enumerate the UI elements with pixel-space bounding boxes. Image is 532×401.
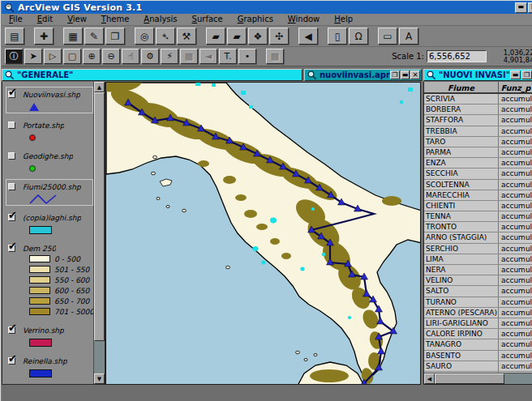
table-row[interactable]: SCOLTENNA accumul [424, 180, 532, 190]
save-button[interactable]: ▤ [5, 28, 24, 45]
identify-tool[interactable]: ⓘ [5, 49, 23, 64]
intersect-button[interactable]: ❖ [248, 28, 268, 45]
geoprocessing-button[interactable]: ▰ [206, 28, 225, 45]
menu-item[interactable]: Graphics [230, 14, 281, 25]
toc-layer[interactable]: ✔(copia)laghi.shp [6, 211, 92, 236]
table-row[interactable]: TANAGRO accumul [424, 339, 532, 350]
scroll-up-button[interactable]: ▲ [94, 82, 105, 92]
table-row[interactable]: SCRIVIA accumul [424, 94, 532, 105]
table-horizontal-scrollbar[interactable]: ◀ [424, 373, 532, 384]
back-button[interactable]: ◀ [298, 28, 318, 45]
zoom-in-tool[interactable]: ⊕ [83, 49, 101, 64]
table-row[interactable]: BASENTO accumul [424, 351, 532, 361]
toc-layer[interactable]: Fiumi25000.shp [6, 180, 92, 205]
generale-view-titlebar[interactable]: "GENERALE" [2, 69, 302, 81]
maximize-button[interactable]: ❐ [528, 2, 532, 13]
table-row[interactable]: SALTO accumul [424, 286, 532, 296]
scrollbar-track[interactable] [94, 341, 105, 373]
scroll-left-button[interactable]: ◀ [424, 373, 435, 384]
table-row[interactable]: VELINO accumul [424, 275, 532, 286]
table-row[interactable]: TURANO accumul [424, 297, 532, 308]
zoom-extents-button[interactable]: ✣ [269, 28, 289, 45]
table-row[interactable]: NERA accumul [424, 265, 532, 275]
scrollbar-thumb[interactable] [94, 92, 105, 341]
toc-scrollbar[interactable]: ▲ ▼ [93, 82, 105, 384]
table-row[interactable]: STAFFORA accumul [424, 115, 532, 126]
menu-item[interactable]: Help [327, 14, 360, 25]
select-feature-tool[interactable]: ▢ [63, 49, 81, 64]
scroll-down-button[interactable]: ▼ [94, 373, 105, 384]
toc-layer[interactable]: Geodighe.shp [6, 149, 92, 174]
measure-tool[interactable]: ⚙ [141, 49, 159, 64]
table-row[interactable]: ENZA accumul [424, 158, 532, 169]
table-window-titlebar[interactable]: "NUOVI INVASI" ▬ ❐ [423, 69, 532, 81]
add-theme-button[interactable]: ✚ [34, 28, 54, 45]
column-header-funz[interactable]: Funz_p [499, 82, 532, 92]
table-maximize-button[interactable]: ❐ [521, 70, 532, 79]
toc-layer[interactable]: ✔Reinella.shp [6, 354, 92, 379]
layer-checkbox[interactable] [8, 152, 15, 160]
menu-item[interactable]: Theme [94, 14, 137, 25]
minimize-button[interactable]: ▬ [515, 2, 527, 13]
table-row[interactable]: SAURO accumul [424, 361, 532, 372]
menu-item[interactable]: Surface [185, 14, 230, 25]
text-tool[interactable]: T. [219, 49, 237, 64]
table-row[interactable]: PARMA accumul [424, 147, 532, 158]
edit-legend-button[interactable]: ✎ [84, 28, 104, 45]
copy-button[interactable]: ❐ [105, 28, 125, 45]
table-row[interactable]: MARECCHIA accumul [424, 190, 532, 201]
toc-layer[interactable]: ✔Dem 2500 - 500501 - 550550 - 600600 - 6… [6, 241, 92, 318]
table-row[interactable]: SECCHIA accumul [424, 169, 532, 179]
vertex-edit-tool[interactable]: ▷ [44, 49, 62, 64]
table-row[interactable]: LIMA accumul [424, 254, 532, 265]
menu-item[interactable]: Window [281, 14, 327, 25]
layer-checkbox[interactable]: ✔ [8, 326, 15, 334]
layer-checkbox[interactable] [8, 183, 15, 190]
area-of-interest-tool[interactable]: ▩ [180, 49, 198, 64]
table-row[interactable]: TENNA accumul [424, 211, 532, 222]
menu-item[interactable]: View [60, 14, 94, 25]
column-header-fiume[interactable]: Fiume [424, 82, 499, 92]
build-button[interactable]: ⚒ [177, 28, 196, 45]
toc-layer[interactable]: ✔Nuoviinvasi.shp [6, 87, 92, 113]
toc-layer[interactable]: Portate.shp [6, 118, 92, 143]
query-builder-button[interactable]: ▯ [328, 28, 347, 45]
find-button[interactable]: ◎ [135, 28, 154, 45]
menu-item[interactable]: File [2, 14, 30, 25]
scale-input[interactable] [427, 50, 487, 62]
union-button[interactable]: ▰ [227, 28, 247, 45]
table-row[interactable]: TARO accumul [424, 137, 532, 147]
table-row[interactable]: ARNO (STAGGIA) accumul [424, 232, 532, 243]
layer-checkbox[interactable]: ✔ [8, 91, 15, 98]
label-button[interactable]: A [399, 28, 418, 45]
table-row[interactable]: CHIENTI accumul [424, 201, 532, 211]
table-row[interactable]: TREBBIA accumul [424, 126, 532, 137]
table-minimize-button[interactable]: ▬ [510, 70, 521, 79]
table-row[interactable]: LIRI-GARIGLIANO accumul [424, 318, 532, 329]
menu-item[interactable]: Edit [30, 14, 60, 25]
draw-point-tool[interactable]: • [238, 49, 256, 64]
hotlink-tool[interactable]: ⚡ [161, 49, 178, 64]
undo-button[interactable]: Ω [349, 28, 368, 45]
shape-button[interactable]: ▭ [378, 28, 397, 45]
project-close-button[interactable]: ✕ [410, 70, 420, 79]
layer-checkbox[interactable] [8, 122, 15, 129]
theme-properties-button[interactable]: ▦ [63, 28, 83, 45]
toc-layer[interactable]: ✔Verrino.shp [6, 323, 92, 348]
select-graphics-tool[interactable]: ◄ [200, 49, 217, 64]
pointer-tool[interactable]: ➤ [24, 49, 42, 64]
table-row[interactable]: CALORE IRPINO accumul [424, 329, 532, 339]
layer-checkbox[interactable]: ✔ [8, 214, 15, 221]
table-row[interactable]: ATERNO (PESCARA) accumul [424, 308, 532, 318]
hscrollbar-track[interactable] [504, 373, 532, 384]
locate-button[interactable]: ➴ [156, 28, 175, 45]
project-minimize-button[interactable]: ▬ [401, 70, 410, 79]
layer-checkbox[interactable]: ✔ [8, 245, 15, 252]
table-row[interactable]: TRONTO accumul [424, 222, 532, 232]
layer-checkbox[interactable]: ✔ [8, 357, 15, 365]
project-window-titlebar[interactable]: nuoviinvasi.apr ❐ ▬ ✕ [304, 69, 422, 81]
menu-item[interactable]: Analysis [136, 14, 184, 25]
hscrollbar-thumb[interactable] [435, 373, 504, 384]
map-view[interactable] [105, 82, 421, 385]
table-row[interactable]: BORBERA accumul [424, 105, 532, 115]
